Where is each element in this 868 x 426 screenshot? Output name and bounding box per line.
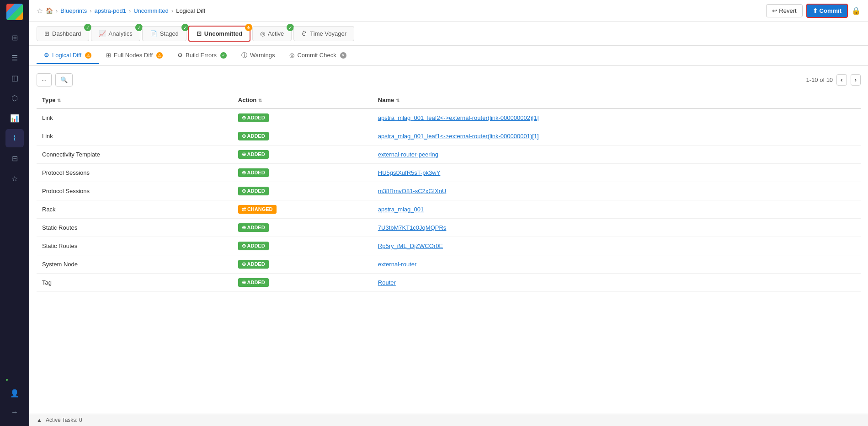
action-badge-6: ⊕ ADDED: [238, 223, 269, 232]
table-row: Protocol Sessions⊕ ADDEDHU5gstXufR5sT-pk…: [37, 164, 861, 182]
uncommitted-tab-icon: ⊡: [197, 30, 202, 37]
tab-staged[interactable]: 📄 Staged ✓: [142, 26, 186, 41]
sidebar-icon-star[interactable]: ☆: [5, 169, 24, 188]
cell-name-9[interactable]: Router: [373, 274, 861, 292]
breadcrumb-sep-3: ›: [129, 7, 131, 14]
name-link-8[interactable]: external-router: [378, 261, 417, 268]
name-sort-icon[interactable]: ⇅: [396, 98, 399, 103]
pagination-next-button[interactable]: ›: [851, 74, 861, 86]
cell-name-2[interactable]: external-router-peering: [373, 146, 861, 164]
table-row: Static Routes⊕ ADDEDRp5ry_iML_DjZWCOr0E: [37, 237, 861, 255]
cell-type-5: Rack: [37, 200, 233, 219]
cell-type-2: Connectivity Template: [37, 146, 233, 164]
cell-name-8[interactable]: external-router: [373, 255, 861, 274]
tab-dashboard[interactable]: ⊞ Dashboard ✓: [37, 26, 89, 41]
name-link-5[interactable]: apstra_mlag_001: [378, 206, 424, 213]
action-sort-icon[interactable]: ⇅: [258, 98, 262, 103]
active-tasks-chevron-icon[interactable]: ▲: [37, 417, 42, 423]
cell-type-9: Tag: [37, 274, 233, 292]
cell-name-1[interactable]: apstra_mlag_001_leaf1<->external-router(…: [373, 127, 861, 146]
sidebar-icon-grid[interactable]: ⊞: [5, 28, 24, 47]
action-badge-8: ⊕ ADDED: [238, 260, 269, 269]
commit-check-subtab-icon: ◎: [289, 52, 294, 59]
full-nodes-diff-subtab-icon: ⊞: [106, 52, 111, 59]
subtab-build-errors[interactable]: ⚙ Build Errors ✓: [170, 47, 234, 64]
cell-name-5[interactable]: apstra_mlag_001: [373, 200, 861, 219]
action-badge-0: ⊕ ADDED: [238, 113, 269, 122]
search-button[interactable]: 🔍: [55, 73, 73, 86]
sidebar-icon-chart[interactable]: 📊: [5, 109, 24, 127]
table-row: Link⊕ ADDEDapstra_mlag_001_leaf1<->exter…: [37, 127, 861, 146]
subtab-logical-diff[interactable]: ⚙ Logical Diff ⚠: [37, 47, 99, 64]
cell-type-0: Link: [37, 108, 233, 127]
name-link-7[interactable]: Rp5ry_iML_DjZWCOr0E: [378, 243, 443, 249]
breadcrumb: ☆ 🏠 › Blueprints › apstra-pod1 › Uncommi…: [37, 6, 766, 15]
breadcrumb-blueprints[interactable]: Blueprints: [60, 7, 87, 14]
cell-action-5: ⇄ CHANGED: [233, 200, 373, 219]
breadcrumb-sep-1: ›: [56, 7, 58, 14]
topbar-actions: ↩ Revert ⬆ Commit 🔒: [766, 4, 861, 18]
staged-tab-label: Staged: [160, 30, 179, 37]
main-content: ☆ 🏠 › Blueprints › apstra-pod1 › Uncommi…: [29, 0, 868, 426]
action-badge-4: ⊕ ADDED: [238, 187, 269, 195]
more-options-button[interactable]: ···: [37, 73, 52, 86]
sidebar-icon-user[interactable]: 👤: [5, 384, 24, 402]
name-link-9[interactable]: Router: [378, 279, 396, 286]
tab-time-voyager[interactable]: ⏱ Time Voyager: [293, 26, 354, 41]
tab-analytics[interactable]: 📈 Analytics ✓: [91, 26, 140, 41]
commit-button[interactable]: ⬆ Commit: [806, 4, 848, 18]
logical-diff-badge: ⚠: [85, 52, 91, 59]
sidebar-icon-list[interactable]: ☰: [5, 49, 24, 67]
tab-active[interactable]: ◎ Active ✓: [252, 26, 292, 41]
name-link-3[interactable]: HU5gstXufR5sT-pk3wY: [378, 169, 441, 176]
cell-action-1: ⊕ ADDED: [233, 127, 373, 146]
sidebar-icon-layers[interactable]: ◫: [5, 69, 24, 87]
breadcrumb-current: Logical Diff: [176, 7, 205, 14]
dashboard-tab-badge: ✓: [84, 24, 91, 31]
dashboard-tab-icon: ⊞: [44, 30, 49, 37]
cell-name-3[interactable]: HU5gstXufR5sT-pk3wY: [373, 164, 861, 182]
tab-uncommitted[interactable]: ⊡ Uncommitted ⚠: [188, 26, 250, 42]
name-link-4[interactable]: m38RmvO81-sC2xGIXnU: [378, 188, 447, 194]
action-badge-9: ⊕ ADDED: [238, 278, 269, 287]
content-area: ··· 🔍 1-10 of 10 ‹ › Type ⇅ Action: [29, 66, 868, 414]
type-sort-icon[interactable]: ⇅: [57, 98, 61, 103]
name-link-2[interactable]: external-router-peering: [378, 151, 438, 158]
cell-name-0[interactable]: apstra_mlag_001_leaf2<->external-router(…: [373, 108, 861, 127]
topbar: ☆ 🏠 › Blueprints › apstra-pod1 › Uncommi…: [29, 0, 868, 22]
cell-name-6[interactable]: 7U3tbM7KT1c0JqMQPRs: [373, 219, 861, 237]
cell-type-6: Static Routes: [37, 219, 233, 237]
cell-name-7[interactable]: Rp5ry_iML_DjZWCOr0E: [373, 237, 861, 255]
table-row: System Node⊕ ADDEDexternal-router: [37, 255, 861, 274]
table-row: Link⊕ ADDEDapstra_mlag_001_leaf2<->exter…: [37, 108, 861, 127]
breadcrumb-uncommitted[interactable]: Uncommitted: [133, 7, 169, 14]
home-icon[interactable]: 🏠: [46, 7, 53, 14]
cell-name-4[interactable]: m38RmvO81-sC2xGIXnU: [373, 182, 861, 200]
table-row: Connectivity Template⊕ ADDEDexternal-rou…: [37, 146, 861, 164]
revert-button[interactable]: ↩ Revert: [766, 4, 802, 17]
full-nodes-diff-subtab-label: Full Nodes Diff: [114, 52, 153, 59]
app-logo: [6, 4, 23, 20]
breadcrumb-sep-4: ›: [171, 7, 173, 14]
breadcrumb-pod[interactable]: apstra-pod1: [95, 7, 126, 14]
name-link-6[interactable]: 7U3tbM7KT1c0JqMQPRs: [378, 224, 447, 231]
logical-diff-subtab-label: Logical Diff: [52, 52, 81, 59]
favorite-star-icon[interactable]: ☆: [37, 6, 43, 15]
name-link-0[interactable]: apstra_mlag_001_leaf2<->external-router(…: [378, 114, 539, 121]
col-header-action: Action ⇅: [233, 92, 373, 108]
active-tab-label: Active: [268, 30, 284, 37]
sidebar-icon-analytics[interactable]: ⌇: [5, 129, 24, 147]
sidebar-icon-expand[interactable]: →: [5, 403, 24, 421]
action-badge-3: ⊕ ADDED: [238, 168, 269, 177]
commit-check-subtab-label: Commit Check: [297, 52, 336, 59]
pagination-prev-button[interactable]: ‹: [836, 74, 847, 86]
subtab-warnings[interactable]: ⓘ Warnings: [234, 47, 282, 65]
subtab-commit-check[interactable]: ◎ Commit Check ✕: [282, 47, 353, 64]
cell-action-4: ⊕ ADDED: [233, 182, 373, 200]
sidebar-icon-stack[interactable]: ⊟: [5, 149, 24, 167]
staged-tab-icon: 📄: [150, 30, 157, 37]
name-link-1[interactable]: apstra_mlag_001_leaf1<->external-router(…: [378, 133, 539, 140]
subtab-full-nodes-diff[interactable]: ⊞ Full Nodes Diff ⚠: [99, 47, 170, 64]
sidebar-icon-cpu[interactable]: ⬡: [5, 89, 24, 107]
time-voyager-tab-label: Time Voyager: [310, 30, 346, 37]
